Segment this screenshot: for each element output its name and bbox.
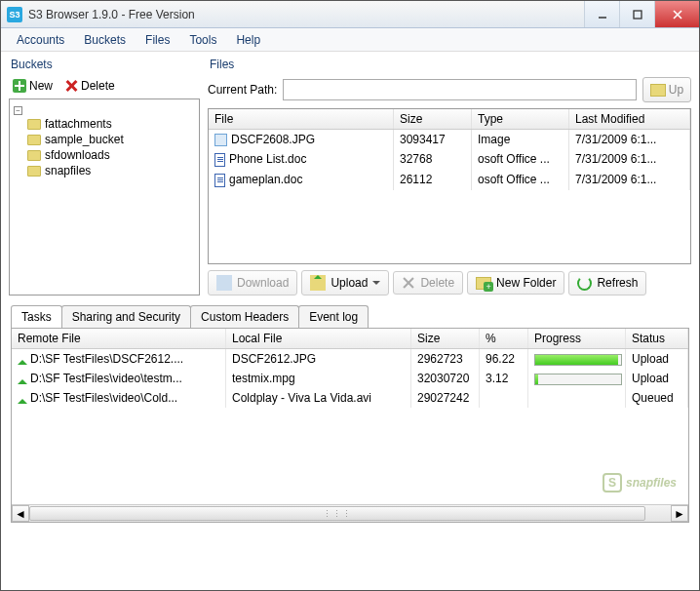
x-icon bbox=[64, 79, 78, 93]
download-label: Download bbox=[237, 276, 289, 290]
image-file-icon bbox=[214, 134, 227, 146]
task-local: DSCF2612.JPG bbox=[226, 349, 411, 369]
scroll-thumb[interactable]: ⋮⋮⋮ bbox=[29, 506, 645, 521]
scroll-left-button[interactable]: ◄ bbox=[12, 505, 29, 522]
task-row[interactable]: D:\SF TestFiles\video\Cold... Coldplay -… bbox=[12, 388, 688, 408]
folder-icon bbox=[27, 119, 41, 130]
file-size: 26112 bbox=[394, 170, 472, 190]
bucket-name: sfdownloads bbox=[45, 148, 110, 162]
menu-accounts[interactable]: Accounts bbox=[7, 30, 74, 50]
task-row[interactable]: D:\SF TestFiles\video\testm... testmix.m… bbox=[12, 369, 688, 388]
new-folder-button[interactable]: New Folder bbox=[467, 271, 564, 295]
files-table[interactable]: File Size Type Last Modified DSCF2608.JP… bbox=[208, 108, 691, 264]
bucket-name: snapfiles bbox=[45, 164, 91, 177]
window-title: S3 Browser 1.9.0 - Free Version bbox=[28, 8, 584, 21]
menu-tools[interactable]: Tools bbox=[179, 30, 226, 50]
bucket-item[interactable]: fattachments bbox=[14, 116, 195, 132]
horizontal-scrollbar[interactable]: ◄ ⋮⋮⋮ ► bbox=[12, 504, 688, 522]
download-button[interactable]: Download bbox=[208, 270, 297, 296]
file-row[interactable]: gameplan.doc 26112 osoft Office ... 7/31… bbox=[209, 170, 690, 190]
delete-bucket-button[interactable]: Delete bbox=[60, 77, 119, 95]
expander-icon[interactable]: − bbox=[14, 106, 22, 115]
buckets-label: Buckets bbox=[9, 56, 200, 75]
delete-bucket-label: Delete bbox=[81, 79, 115, 93]
file-row[interactable]: Phone List.doc 32768 osoft Office ... 7/… bbox=[209, 149, 690, 170]
col-local[interactable]: Local File bbox=[226, 329, 411, 348]
task-remote: D:\SF TestFiles\video\Cold... bbox=[30, 391, 177, 405]
col-type[interactable]: Type bbox=[472, 109, 569, 129]
tab-tasks[interactable]: Tasks bbox=[11, 305, 62, 328]
task-row[interactable]: D:\SF TestFiles\DSCF2612.... DSCF2612.JP… bbox=[12, 349, 688, 369]
buckets-tree[interactable]: − fattachments sample_bucket sfdownloads… bbox=[9, 98, 200, 296]
menu-help[interactable]: Help bbox=[226, 30, 270, 50]
maximize-button[interactable] bbox=[619, 1, 654, 27]
col-file[interactable]: File bbox=[209, 109, 394, 129]
tab-headers[interactable]: Custom Headers bbox=[190, 305, 299, 328]
doc-file-icon bbox=[214, 153, 225, 167]
tab-eventlog[interactable]: Event log bbox=[298, 305, 369, 328]
progress-bar bbox=[534, 374, 622, 385]
menu-files[interactable]: Files bbox=[136, 30, 179, 50]
scroll-right-button[interactable]: ► bbox=[671, 505, 688, 522]
bucket-item[interactable]: snapfiles bbox=[14, 163, 195, 178]
task-status: Queued bbox=[626, 388, 688, 408]
task-size: 29027242 bbox=[411, 388, 480, 408]
bucket-item[interactable]: sfdownloads bbox=[14, 147, 195, 163]
new-folder-icon bbox=[476, 277, 491, 290]
refresh-button[interactable]: Refresh bbox=[568, 271, 646, 296]
new-folder-label: New Folder bbox=[496, 276, 556, 290]
progress-bar bbox=[534, 354, 622, 366]
task-pct: 3.12 bbox=[480, 369, 528, 388]
task-size: 2962723 bbox=[411, 349, 480, 369]
close-button[interactable] bbox=[654, 1, 699, 27]
task-local: Coldplay - Viva La Vida.avi bbox=[226, 388, 411, 408]
file-type: Image bbox=[472, 130, 569, 149]
delete-file-button[interactable]: Delete bbox=[393, 271, 463, 295]
task-status: Upload bbox=[626, 349, 688, 369]
upload-arrow-icon bbox=[18, 394, 27, 404]
tasks-header: Remote File Local File Size % Progress S… bbox=[12, 329, 688, 349]
up-button[interactable]: Up bbox=[642, 77, 691, 102]
task-pct bbox=[480, 388, 528, 408]
files-table-header: File Size Type Last Modified bbox=[209, 109, 690, 130]
bucket-item[interactable]: sample_bucket bbox=[14, 132, 195, 147]
col-percent[interactable]: % bbox=[480, 329, 528, 348]
upload-arrow-icon bbox=[18, 374, 27, 384]
path-label: Current Path: bbox=[208, 83, 277, 97]
upload-label: Upload bbox=[331, 276, 368, 290]
scroll-track[interactable]: ⋮⋮⋮ bbox=[29, 505, 671, 522]
menubar: Accounts Buckets Files Tools Help bbox=[1, 28, 699, 52]
download-icon bbox=[216, 275, 232, 291]
dropdown-caret-icon bbox=[372, 281, 380, 289]
bucket-name: fattachments bbox=[45, 117, 112, 131]
col-modified[interactable]: Last Modified bbox=[569, 109, 690, 129]
file-modified: 7/31/2009 6:1... bbox=[569, 170, 690, 190]
upload-button[interactable]: Upload bbox=[301, 270, 389, 296]
folder-up-icon bbox=[650, 84, 666, 97]
refresh-icon bbox=[577, 276, 592, 291]
files-toolbar: Download Upload Delete New Folder Refres… bbox=[208, 264, 691, 296]
tree-root[interactable]: − bbox=[14, 105, 195, 116]
refresh-label: Refresh bbox=[597, 276, 638, 290]
col-progress[interactable]: Progress bbox=[528, 329, 626, 348]
col-task-size[interactable]: Size bbox=[411, 329, 480, 348]
new-bucket-button[interactable]: New bbox=[9, 77, 57, 95]
menu-buckets[interactable]: Buckets bbox=[74, 30, 136, 50]
task-remote: D:\SF TestFiles\video\testm... bbox=[30, 372, 182, 385]
minimize-button[interactable] bbox=[584, 1, 619, 27]
task-remote: D:\SF TestFiles\DSCF2612.... bbox=[30, 352, 183, 366]
watermark: S snapfiles bbox=[603, 473, 677, 492]
col-status[interactable]: Status bbox=[626, 329, 688, 348]
file-row[interactable]: DSCF2608.JPG 3093417 Image 7/31/2009 6:1… bbox=[209, 130, 690, 149]
folder-icon bbox=[27, 150, 41, 161]
files-label: Files bbox=[208, 56, 691, 75]
tasks-panel: Remote File Local File Size % Progress S… bbox=[11, 328, 689, 523]
col-size[interactable]: Size bbox=[394, 109, 472, 129]
tab-sharing[interactable]: Sharing and Security bbox=[61, 305, 191, 328]
bottom-tabstrip: Tasks Sharing and Security Custom Header… bbox=[1, 296, 699, 328]
col-remote[interactable]: Remote File bbox=[12, 329, 226, 348]
task-pct: 96.22 bbox=[480, 349, 528, 369]
task-local: testmix.mpg bbox=[226, 369, 411, 388]
path-input[interactable] bbox=[283, 79, 637, 100]
file-modified: 7/31/2009 6:1... bbox=[569, 130, 690, 149]
